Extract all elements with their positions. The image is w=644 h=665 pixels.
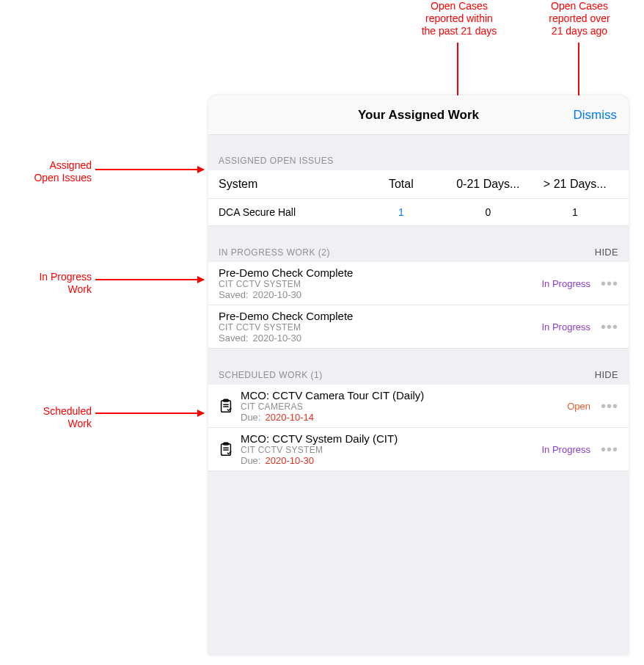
- status-badge: Open: [567, 401, 590, 412]
- work-item[interactable]: MCO: CCTV Camera Tour CIT (Daily)CIT CAM…: [208, 385, 629, 428]
- work-meta: Due:2020-10-30: [241, 455, 542, 466]
- cell-older: 1: [532, 206, 618, 218]
- panel-header: Your Assigned Work Dismiss: [208, 95, 629, 135]
- work-title: MCO: CCTV Camera Tour CIT (Daily): [241, 389, 567, 401]
- work-body: Pre-Demo Check CompleteCIT CCTV SYSTEMSa…: [219, 310, 542, 344]
- section-label-text: SCHEDULED WORK (1): [219, 370, 323, 380]
- work-body: MCO: CCTV System Daily (CIT)CIT CCTV SYS…: [241, 432, 542, 466]
- hide-button-scheduled[interactable]: HIDE: [595, 369, 618, 380]
- work-subtitle: CIT CCTV SYSTEM: [241, 445, 542, 455]
- more-icon[interactable]: •••: [598, 279, 621, 288]
- work-date: 2020-10-30: [252, 332, 301, 344]
- annotation-open-cases-recent: Open Casesreported withinthe past 21 day…: [400, 0, 518, 37]
- section-label-scheduled: SCHEDULED WORK (1) HIDE: [208, 349, 629, 385]
- section-label-text: ASSIGNED OPEN ISSUES: [219, 156, 334, 166]
- section-label-text: IN PROGRESS WORK (2): [219, 247, 330, 258]
- work-item[interactable]: Pre-Demo Check CompleteCIT CCTV SYSTEMSa…: [208, 305, 629, 349]
- open-issues-row[interactable]: DCA Secure Hall 1 0 1: [208, 199, 629, 226]
- clipboard-icon: [214, 441, 238, 457]
- empty-area: [208, 471, 629, 655]
- status-badge: In Progress: [542, 321, 590, 332]
- work-meta: Saved:2020-10-30: [219, 332, 542, 344]
- work-subtitle: CIT CCTV SYSTEM: [219, 322, 542, 332]
- annotation-open-cases-older: Open Casesreported over21 days ago: [521, 0, 638, 37]
- work-item[interactable]: Pre-Demo Check CompleteCIT CCTV SYSTEMSa…: [208, 262, 629, 305]
- work-meta: Saved:2020-10-30: [219, 289, 542, 300]
- arrow-right-scheduled: [95, 413, 204, 414]
- work-meta: Due:2020-10-14: [241, 412, 567, 423]
- column-system: System: [219, 178, 358, 191]
- cell-system: DCA Secure Hall: [219, 206, 358, 218]
- clipboard-icon: [214, 398, 238, 414]
- panel-title: Your Assigned Work: [358, 108, 479, 123]
- work-title: Pre-Demo Check Complete: [219, 310, 542, 322]
- hide-button-in-progress[interactable]: HIDE: [595, 247, 618, 258]
- work-date: 2020-10-14: [265, 412, 314, 423]
- status-badge: In Progress: [542, 278, 590, 289]
- work-body: Pre-Demo Check CompleteCIT CCTV SYSTEMSa…: [219, 266, 542, 300]
- work-date: 2020-10-30: [265, 455, 314, 466]
- arrow-right-inprogress: [95, 279, 204, 280]
- cell-recent: 0: [444, 206, 531, 218]
- status-badge: In Progress: [542, 444, 590, 455]
- work-date: 2020-10-30: [252, 289, 301, 300]
- more-icon[interactable]: •••: [598, 401, 621, 410]
- column-recent: 0-21 Days...: [444, 178, 531, 191]
- work-body: MCO: CCTV Camera Tour CIT (Daily)CIT CAM…: [241, 389, 567, 423]
- work-subtitle: CIT CCTV SYSTEM: [219, 279, 542, 289]
- annotation-scheduled: ScheduledWork: [11, 405, 92, 430]
- section-label-open-issues: ASSIGNED OPEN ISSUES: [208, 135, 629, 170]
- open-issues-header-row: System Total 0-21 Days... > 21 Days...: [208, 170, 629, 199]
- dismiss-button[interactable]: Dismiss: [574, 108, 618, 123]
- more-icon[interactable]: •••: [598, 445, 621, 454]
- arrow-right-assigned: [95, 169, 204, 170]
- cell-total[interactable]: 1: [358, 206, 444, 218]
- assigned-work-panel: Your Assigned Work Dismiss ASSIGNED OPEN…: [208, 95, 629, 655]
- annotation-assigned-open-issues: AssignedOpen Issues: [11, 159, 92, 184]
- column-older: > 21 Days...: [532, 178, 618, 191]
- more-icon[interactable]: •••: [598, 322, 621, 331]
- work-item[interactable]: MCO: CCTV System Daily (CIT)CIT CCTV SYS…: [208, 428, 629, 471]
- section-label-in-progress: IN PROGRESS WORK (2) HIDE: [208, 226, 629, 262]
- column-total: Total: [358, 178, 444, 191]
- work-subtitle: CIT CAMERAS: [241, 401, 567, 412]
- work-title: MCO: CCTV System Daily (CIT): [241, 432, 542, 445]
- work-title: Pre-Demo Check Complete: [219, 266, 542, 279]
- annotation-in-progress: In ProgressWork: [11, 271, 92, 296]
